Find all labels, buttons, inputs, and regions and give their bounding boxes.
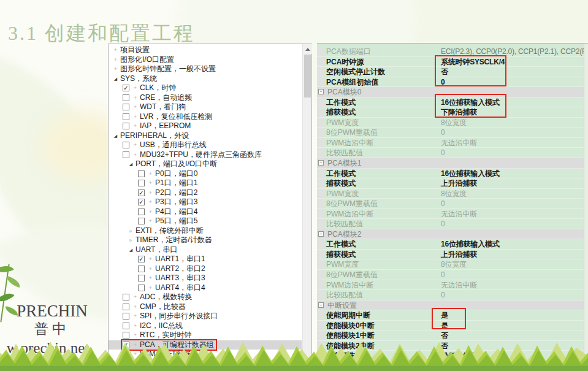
property-value[interactable]: 8位宽度 [441, 189, 467, 199]
property-value[interactable]: 0 [441, 270, 445, 280]
property-row[interactable]: PWM边沿中断无边沿中断 [317, 138, 584, 148]
scrollbar-thumb[interactable] [304, 55, 311, 98]
property-row[interactable]: 捕获模式上升沿捕获 [317, 178, 584, 189]
property-row[interactable]: PWM宽度8位宽度 [317, 259, 584, 270]
checkbox-checked-icon[interactable]: ✓ [138, 199, 145, 205]
tree-item[interactable]: ✓+P3口，端口3 [109, 197, 302, 207]
tree-item[interactable]: +WDT，看门狗 [109, 102, 302, 112]
property-row[interactable]: PWM边沿中断无边沿中断 [317, 280, 584, 291]
tree-item[interactable]: ◢SYS，系统 [109, 74, 302, 84]
expanded-marker-icon[interactable]: ◢ [128, 159, 134, 169]
tree-scrollbar[interactable] [302, 44, 311, 370]
property-group-header[interactable]: -PCA模块2 [317, 229, 584, 240]
checkbox-checked-icon[interactable]: ✓ [138, 256, 145, 262]
collapse-icon[interactable]: - [318, 302, 324, 308]
property-value[interactable]: 8位宽度 [441, 259, 467, 270]
property-row[interactable]: 比较匹配值0 [317, 219, 584, 229]
tree-item[interactable]: +USB，通用串行总线 [109, 140, 302, 150]
grid-scrollbar[interactable] [584, 44, 588, 371]
property-row[interactable]: PWM宽度8位宽度 [317, 118, 584, 128]
expanded-marker-icon[interactable]: ◢ [128, 245, 134, 255]
tree-item[interactable]: +P5口，端口5 [109, 216, 302, 226]
tree-item[interactable]: +CMP，比较器 [109, 302, 302, 312]
tree-item[interactable]: +I2C，IIC总线 [109, 321, 302, 331]
property-row[interactable]: 比较匹配值0 [317, 290, 584, 300]
checkbox-unchecked-icon[interactable] [138, 180, 145, 186]
checkbox-checked-icon[interactable]: ✓ [123, 85, 129, 91]
tree-item[interactable]: +CRE，自动追频 [109, 93, 302, 103]
property-value[interactable]: 上升沿捕获 [441, 250, 477, 260]
tree-item[interactable]: ✓+UART1，串口1 [109, 254, 302, 264]
checkbox-unchecked-icon[interactable] [138, 218, 145, 224]
tree-item[interactable]: ◢PORT，端口及I/O口中断 [109, 159, 302, 169]
checkbox-unchecked-icon[interactable] [123, 313, 129, 319]
property-row[interactable]: 工作模式16位捕获输入模式 [317, 169, 584, 179]
tree-item[interactable]: +图形化时钟配置，一般不设置 [109, 64, 302, 74]
tree-item[interactable]: +图形化I/O口配置 [109, 55, 302, 65]
checkbox-unchecked-icon[interactable] [123, 323, 129, 329]
leaf-marker-icon: + [147, 169, 154, 179]
collapsed-marker-icon[interactable]: ▹ [128, 235, 134, 245]
property-value[interactable]: 16位捕获输入模式 [441, 239, 500, 250]
checkbox-checked-icon[interactable]: ✓ [138, 189, 145, 196]
collapse-icon[interactable]: - [318, 160, 324, 166]
property-value[interactable]: 0 [441, 219, 445, 229]
checkbox-unchecked-icon[interactable] [123, 142, 129, 148]
property-value[interactable]: 0 [441, 199, 445, 209]
checkbox-unchecked-icon[interactable] [123, 104, 129, 110]
property-value[interactable]: 0 [441, 148, 445, 158]
collapsed-marker-icon[interactable]: ▹ [128, 226, 134, 236]
tree-item[interactable]: ▹TIMER，定时器/计数器 [109, 235, 302, 245]
property-group-header[interactable]: -PCA模块1 [317, 158, 584, 169]
tree-item[interactable]: +IAP，EEPROM [109, 121, 302, 131]
property-row[interactable]: PWM宽度8位宽度 [317, 189, 584, 199]
checkbox-unchecked-icon[interactable] [123, 123, 129, 129]
checkbox-unchecked-icon[interactable] [123, 294, 129, 300]
collapse-icon[interactable]: - [318, 231, 324, 237]
checkbox-unchecked-icon[interactable] [138, 170, 145, 177]
checkbox-unchecked-icon[interactable] [123, 304, 129, 310]
checkbox-unchecked-icon[interactable] [138, 275, 145, 281]
property-value[interactable]: 0 [441, 290, 445, 300]
tree-item[interactable]: ✓+P2口，端口2 [109, 188, 302, 198]
property-value[interactable]: 上升沿捕获 [441, 178, 477, 189]
property-value[interactable]: 0 [441, 128, 445, 138]
tree-item[interactable]: ◢PERIPHERAL，外设 [109, 131, 302, 141]
collapse-icon[interactable]: - [318, 89, 324, 94]
property-row[interactable]: 比较匹配值0 [317, 148, 584, 158]
checkbox-unchecked-icon[interactable] [123, 94, 129, 101]
tree-item[interactable]: +P0口，端口0 [109, 169, 302, 179]
property-row[interactable]: 工作模式16位捕获输入模式 [317, 239, 584, 250]
checkbox-unchecked-icon[interactable] [138, 285, 145, 291]
tree-item[interactable]: +MDU32+TFPU，硬件浮点三角函数库 [109, 150, 302, 160]
tree-item[interactable]: +SPI，同步串行外设接口 [109, 312, 302, 321]
property-row[interactable]: 8位PWM重载值0 [317, 128, 584, 138]
property-value[interactable]: 16位捕获输入模式 [441, 169, 500, 179]
tree-item[interactable]: +P1口，端口1 [109, 178, 302, 188]
property-row[interactable]: 8位PWM重载值0 [317, 199, 584, 209]
property-row[interactable]: 8位PWM重载值0 [317, 270, 584, 280]
checkbox-unchecked-icon[interactable] [123, 113, 129, 120]
grass-decoration-icon [0, 335, 588, 371]
checkbox-unchecked-icon[interactable] [138, 266, 145, 272]
checkbox-unchecked-icon[interactable] [138, 208, 145, 215]
property-value[interactable]: 8位宽度 [441, 118, 467, 128]
scroll-up-button[interactable] [303, 44, 312, 54]
tree-item[interactable]: +ADC，模数转换 [109, 293, 302, 302]
checkbox-unchecked-icon[interactable] [123, 151, 129, 158]
tree-item[interactable]: +UART2，串口2 [109, 264, 302, 274]
expanded-marker-icon[interactable]: ◢ [112, 74, 119, 84]
tree-item[interactable]: ▹EXTI，传统外部中断 [109, 226, 302, 236]
tree-item[interactable]: ◢UART，串口 [109, 245, 302, 255]
tree-item[interactable]: ✓+CLK，时钟 [109, 83, 302, 93]
tree-item[interactable]: +LVR，复位和低压检测 [109, 112, 302, 122]
property-value[interactable]: 无边沿中断 [441, 209, 477, 220]
tree-item[interactable]: +UART4，串口4 [109, 283, 302, 293]
expanded-marker-icon[interactable]: ◢ [112, 131, 119, 141]
property-row[interactable]: 捕获模式上升沿捕获 [317, 250, 584, 260]
tree-item[interactable]: +P4口，端口4 [109, 207, 302, 217]
property-row[interactable]: PWM边沿中断无边沿中断 [317, 209, 584, 220]
tree-item[interactable]: +UART3，串口3 [109, 273, 302, 283]
property-value[interactable]: 无边沿中断 [441, 138, 477, 148]
property-value[interactable]: 无边沿中断 [441, 280, 477, 291]
